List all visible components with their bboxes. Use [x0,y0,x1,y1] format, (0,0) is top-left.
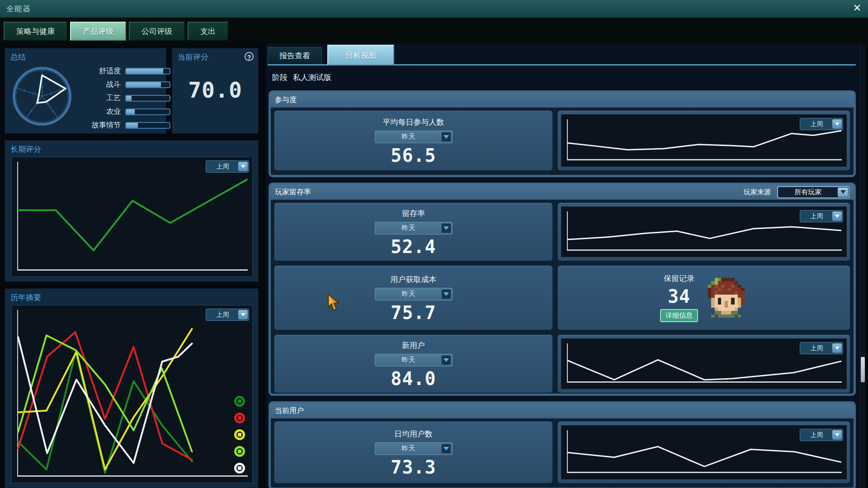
window-titlebar: 全能器 ✕ [0,0,868,18]
tab-report-view[interactable]: 报告查看 [268,47,322,65]
new-users-label: 新用户 [402,340,425,351]
engagement-chart-card: 上周 [558,111,850,170]
long-term-line [18,163,247,268]
acquisition-cost-label: 用户获取成本 [391,274,437,285]
metric-bar-farming [125,108,170,115]
stage-row: 阶段 私人测试版 [272,72,331,83]
pixel-character-avatar [708,278,748,318]
retention-rate-value: 52.4 [391,238,436,256]
scrollbar-handle[interactable] [861,357,865,382]
retention-range-dropdown[interactable]: 上周 [800,210,843,222]
long-term-range-dropdown[interactable]: 上周 [206,160,249,173]
retention-chart: 上周 [561,206,847,257]
stage-label: 阶段 [272,72,288,83]
main-tab-bar: 策略与健康 产品评级 公司评级 支出 [0,18,868,43]
engagement-value-card: 平均每日参与人数 昨天 56.5 [274,111,552,170]
metric-bar-comfort [125,68,170,75]
retention-record-label: 保留记录 [664,273,694,284]
metric-label: 农业 [77,107,121,117]
legend-dot-icon [234,429,245,440]
retention-rate-label: 留存率 [402,208,425,219]
player-source-label: 玩家来源 [744,188,771,197]
legend-dot-icon [234,463,245,474]
legend-dot-icon [234,396,245,407]
legend-dot-icon [234,413,245,423]
engagement-section: 参与度 平均每日参与人数 昨天 56.5 上周 [269,90,856,177]
tab-product-rating[interactable]: 产品评级 [70,22,126,41]
metric-label: 故事情节 [77,121,121,130]
x-axis [567,381,842,383]
x-axis [567,159,842,160]
new-users-chart-card: 上周 [558,335,850,393]
daily-users-chart: 上周 [561,425,847,479]
acquisition-cost-card: 用户获取成本 昨天 75.7 [274,266,552,330]
metric-bar-combat [125,81,170,88]
yearly-summary-panel: 历年摘要 上周 [5,288,259,488]
current-users-section-title: 当前用户 [275,406,304,416]
current-rating-panel: 当前评分 ? 70.0 [172,48,259,134]
current-rating-value: 70.0 [172,77,258,103]
tab-analysis-view[interactable]: 分析视图 [327,45,394,66]
yearly-lines [18,311,247,474]
legend-dot-icon [234,446,245,457]
retention-record-value: 34 [668,287,690,305]
retention-record-card: 保留记录 34 详细信息 [558,266,850,330]
daily-users-label: 日均用户数 [394,429,433,439]
metric-bar-story [125,122,170,129]
daily-users-period-dropdown[interactable]: 昨天 [375,442,453,455]
chevron-down-icon [441,444,451,454]
chevron-down-icon [238,310,248,319]
chevron-down-icon [832,119,842,129]
chevron-down-icon [832,430,842,440]
yearly-chart: 上周 [11,305,253,483]
chevron-down-icon [832,343,842,353]
yearly-range-dropdown[interactable]: 上周 [206,309,249,321]
close-icon[interactable]: ✕ [851,2,863,14]
engagement-chart: 上周 [561,114,847,167]
chevron-down-icon [441,289,451,299]
stage-value: 私人测试版 [293,72,331,83]
chevron-down-icon [238,162,248,171]
tab-expenses[interactable]: 支出 [188,22,228,41]
daily-users-card: 日均用户数 昨天 73.3 [274,422,552,483]
yearly-title: 历年摘要 [10,292,41,303]
daily-users-range-dropdown[interactable]: 上周 [800,429,843,441]
player-source-dropdown[interactable]: 所有玩家 [777,186,849,198]
metric-label: 舒适度 [77,66,121,76]
retention-period-dropdown[interactable]: 昨天 [375,222,453,235]
summary-panel: 总结 舒适度 战斗 工艺 农业 故事情节 [5,48,166,134]
x-axis [567,249,842,251]
long-term-chart: 上周 [11,157,253,277]
daily-users-chart-card: 上周 [558,422,850,483]
mouse-cursor-icon [327,294,341,313]
engagement-range-dropdown[interactable]: 上周 [800,118,843,130]
tab-company-rating[interactable]: 公司评级 [129,22,185,41]
chevron-down-icon [441,223,451,233]
help-icon[interactable]: ? [245,52,254,61]
scrollbar-track[interactable] [859,43,866,488]
new-users-range-dropdown[interactable]: 上周 [800,342,843,354]
retention-section: 玩家留存率 玩家来源 所有玩家 留存率 昨天 52.4 [269,183,856,396]
new-users-value: 84.0 [391,370,436,388]
x-axis [567,472,842,473]
tab-strategy-health[interactable]: 策略与健康 [4,22,67,41]
long-term-rating-panel: 长期评分 上周 [5,140,259,282]
detail-info-button[interactable]: 详细信息 [660,309,698,322]
retention-section-title: 玩家留存率 [275,188,311,197]
engagement-period-dropdown[interactable]: 昨天 [375,131,453,143]
summary-metrics: 舒适度 战斗 工艺 农业 故事情节 [77,66,172,130]
retention-chart-card: 上周 [558,203,850,261]
chevron-down-icon [441,355,451,365]
current-rating-title: 当前评分 [178,52,208,62]
new-users-period-dropdown[interactable]: 昨天 [375,354,453,366]
acquisition-period-dropdown[interactable]: 昨天 [375,288,453,300]
metric-bar-craft [125,95,170,102]
x-axis [17,269,248,271]
yearly-legend [234,396,245,474]
engagement-section-title: 参与度 [275,95,297,105]
chevron-down-icon [838,188,848,197]
chevron-down-icon [441,132,451,142]
long-term-title: 长期评分 [10,144,41,155]
x-axis [17,475,248,477]
new-users-chart: 上周 [561,338,847,389]
